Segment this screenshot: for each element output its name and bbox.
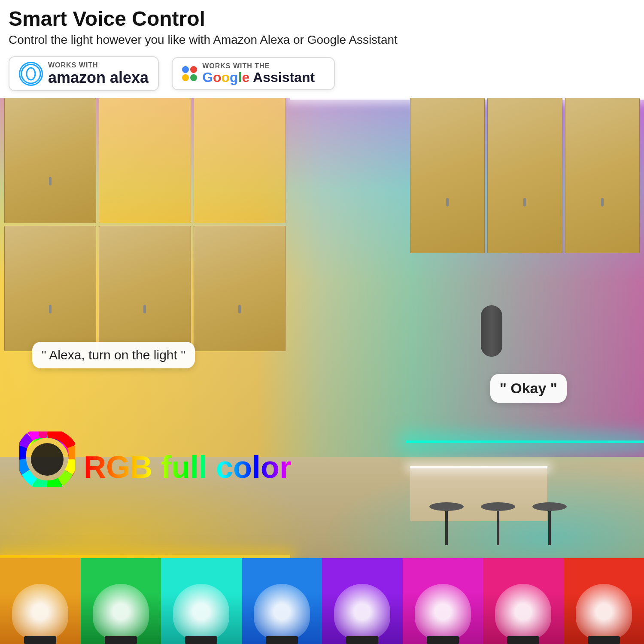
bar-stools (429, 502, 567, 558)
swatch-bulb-5 (334, 584, 390, 640)
color-swatches-row (0, 558, 644, 644)
alexa-speech-bubble: " Alexa, turn on the light " (32, 342, 195, 368)
swatch-pink (483, 558, 564, 644)
smart-speaker (481, 305, 502, 357)
stool-leg-2 (497, 511, 499, 545)
cabinet-door-2 (99, 98, 191, 223)
stool-seat-2 (481, 502, 515, 511)
swatch-orange (0, 558, 81, 644)
svg-point-3 (31, 443, 64, 476)
gdot-green (190, 74, 197, 81)
cabinet-door-3 (194, 98, 286, 223)
okay-speech-bubble: " Okay " (490, 374, 567, 403)
color-wheel-container (19, 431, 75, 489)
swatch-base-1 (24, 636, 56, 644)
cabinet-door-9 (565, 98, 640, 253)
swatch-bulb-3 (173, 584, 229, 640)
cabinet-door-7 (410, 98, 485, 253)
alexa-command-text: " Alexa, turn on the light " (42, 348, 185, 362)
main-image-area: " Alexa, turn on the light " " Okay " (0, 98, 644, 558)
swatch-base-5 (346, 636, 378, 644)
swatch-purple (322, 558, 403, 644)
swatch-red (564, 558, 644, 644)
swatch-cyan (161, 558, 242, 644)
stool-3 (532, 502, 567, 558)
swatch-base-4 (266, 636, 298, 644)
swatch-base-7 (507, 636, 539, 644)
swatch-magenta (403, 558, 483, 644)
google-badge: works with the Google Assistant (172, 57, 335, 90)
swatch-bulb-6 (415, 584, 471, 640)
badge-row: WORKS WITH amazon alexa works with the G… (0, 52, 644, 98)
page-wrapper: Smart Voice Control Control the light ho… (0, 0, 644, 644)
cabinet-door-8 (487, 98, 562, 253)
undercabinet-light (406, 440, 644, 443)
google-dots-icon (182, 66, 197, 81)
gdot-red (190, 66, 197, 73)
alexa-works-with-label: WORKS WITH (48, 61, 149, 69)
upper-left-cabinets (0, 98, 290, 351)
alexa-badge: WORKS WITH amazon alexa (9, 56, 159, 91)
swatch-bulb-8 (576, 584, 632, 640)
alexa-text-block: WORKS WITH amazon alexa (48, 61, 149, 86)
stool-2 (481, 502, 515, 558)
header-section: Smart Voice Control Control the light ho… (0, 0, 644, 52)
stool-seat-3 (532, 502, 567, 511)
kitchen-background: " Alexa, turn on the light " " Okay " (0, 98, 644, 558)
google-works-with-label: works with the (202, 62, 315, 70)
swatch-base-6 (427, 636, 459, 644)
cabinet-door-4 (4, 226, 96, 351)
gdot-yellow (182, 74, 189, 81)
swatch-blue (242, 558, 322, 644)
swatch-green (81, 558, 161, 644)
swatch-bulb-7 (495, 584, 551, 640)
floor-light-left (0, 555, 290, 558)
google-text-block: works with the Google Assistant (202, 62, 315, 85)
stool-1 (429, 502, 464, 558)
swatch-base-2 (105, 636, 137, 644)
page-subtitle: Control the light however you like with … (9, 33, 635, 47)
cabinet-door-5 (99, 226, 191, 351)
island-light-strip (410, 466, 547, 468)
swatch-bulb-4 (254, 584, 310, 640)
okay-response-text: " Okay " (500, 380, 557, 396)
swatch-base-8 (588, 636, 620, 644)
cabinet-door-6 (194, 226, 286, 351)
color-wheel-svg (19, 431, 75, 487)
alexa-brand-label: amazon alexa (48, 69, 149, 86)
swatch-bulb-2 (93, 584, 149, 640)
stool-leg-3 (548, 511, 551, 545)
rgb-full-color-text: RGB full color (84, 450, 292, 485)
google-brand-label: Google Assistant (202, 70, 315, 85)
stool-leg-1 (445, 511, 448, 545)
cabinet-door-1 (4, 98, 96, 223)
swatch-base-3 (185, 636, 217, 644)
svg-point-1 (27, 68, 35, 80)
alexa-icon (19, 62, 43, 86)
page-title: Smart Voice Control (9, 8, 635, 30)
gdot-blue (182, 66, 189, 73)
upper-right-cabinets (406, 98, 644, 253)
swatch-bulb-1 (12, 584, 68, 640)
stool-seat-1 (429, 502, 464, 511)
